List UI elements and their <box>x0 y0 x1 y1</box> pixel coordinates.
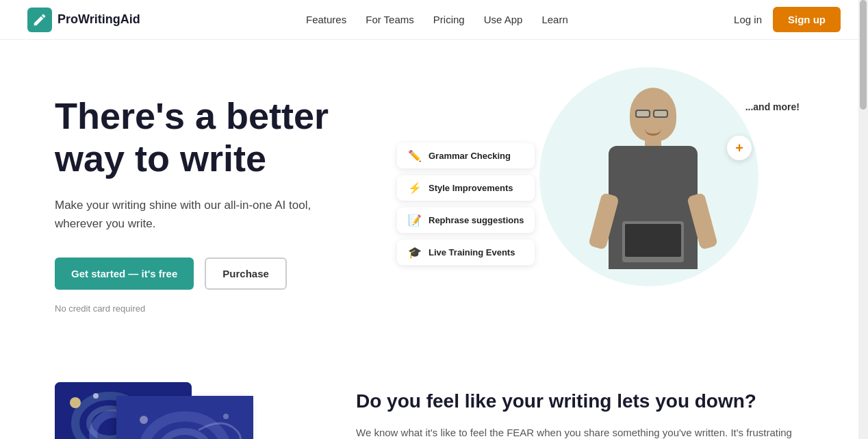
nav-pricing[interactable]: Pricing <box>433 14 465 25</box>
hero-left: There's a better way to write Make your … <box>55 95 383 314</box>
nav-links: Features For Teams Pricing Use App Learn <box>306 14 568 25</box>
svg-point-10 <box>140 416 148 424</box>
rephrase-label: Rephrase suggestions <box>429 215 524 225</box>
hero-subtitle: Make your writing shine with our all-in-… <box>55 196 329 233</box>
person-head <box>630 88 676 141</box>
nav-features[interactable]: Features <box>306 14 346 25</box>
more-label: ...and more! <box>745 101 800 112</box>
training-icon: 🎓 <box>408 246 422 259</box>
plus-badge: + <box>727 136 752 160</box>
feature-card-rephrase: 📝 Rephrase suggestions <box>397 208 535 233</box>
svg-point-4 <box>93 393 99 399</box>
hero-right: ...and more! + ✏️ Grammar Checking ⚡ Sty… <box>383 81 813 327</box>
hero-section: There's a better way to write Make your … <box>0 40 868 355</box>
section-two-text: Do you feel like your writing lets you d… <box>356 382 813 439</box>
navbar: ProWritingAid Features For Teams Pricing… <box>0 0 868 40</box>
hero-note: No credit card required <box>55 303 383 314</box>
scrollbar[interactable] <box>858 0 868 439</box>
svg-point-3 <box>70 397 81 408</box>
nav-use-app[interactable]: Use App <box>484 14 523 25</box>
logo-svg <box>32 12 47 27</box>
rephrase-icon: 📝 <box>408 214 422 227</box>
svg-point-11 <box>223 414 229 419</box>
nav-actions: Log in Sign up <box>734 7 841 32</box>
section-two-body: We know what it's like to feel the FEAR … <box>356 425 813 439</box>
person-body <box>609 146 698 269</box>
scrollbar-thumb[interactable] <box>860 0 867 110</box>
purchase-button[interactable]: Purchase <box>205 258 287 290</box>
nav-learn[interactable]: Learn <box>541 14 567 25</box>
laptop <box>622 221 684 262</box>
logo[interactable]: ProWritingAid <box>27 8 140 32</box>
feature-cards: ✏️ Grammar Checking ⚡ Style Improvements… <box>397 143 535 265</box>
section-two: My idea in my head Do you feel like your… <box>0 355 868 439</box>
style-icon: ⚡ <box>408 181 422 195</box>
grammar-label: Grammar Checking <box>429 151 511 161</box>
style-label: Style Improvements <box>429 183 513 193</box>
nav-for-teams[interactable]: For Teams <box>366 14 414 25</box>
hero-illustration <box>585 81 722 314</box>
arm-right <box>687 192 718 250</box>
section-two-title: Do you feel like your writing lets you d… <box>356 389 813 414</box>
training-label: Live Training Events <box>429 247 515 258</box>
feature-card-style: ⚡ Style Improvements <box>397 175 535 201</box>
grammar-icon: ✏️ <box>408 149 422 162</box>
blue-svg <box>116 396 253 439</box>
glasses <box>635 110 671 118</box>
hero-title: There's a better way to write <box>55 95 383 179</box>
arm-left <box>588 192 620 250</box>
get-started-button[interactable]: Get started — it's free <box>55 258 194 290</box>
blue-overlay-image <box>116 396 253 439</box>
logo-text: ProWritingAid <box>58 12 140 27</box>
logo-icon <box>27 8 52 32</box>
feature-card-grammar: ✏️ Grammar Checking <box>397 143 535 168</box>
section-images: My idea in my head <box>55 382 315 439</box>
login-button[interactable]: Log in <box>734 14 762 25</box>
feature-card-training: 🎓 Live Training Events <box>397 240 535 265</box>
hero-buttons: Get started — it's free Purchase <box>55 258 383 290</box>
signup-button[interactable]: Sign up <box>773 7 841 32</box>
